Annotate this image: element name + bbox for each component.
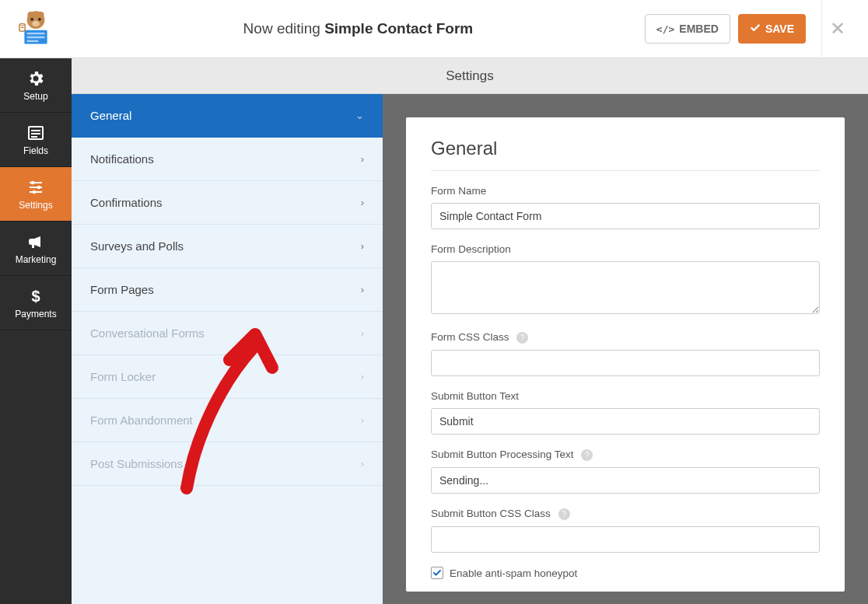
nav-settings-label: Settings [19,200,52,211]
save-button[interactable]: SAVE [738,14,806,44]
sidelist-label: Post Submissions [90,457,183,470]
dollar-icon: $ [26,287,45,305]
app-logo [0,0,72,58]
sidelist-notifications[interactable]: Notifications › [72,138,383,181]
svg-point-5 [32,21,40,26]
nav-payments[interactable]: $ Payments [0,276,72,330]
now-editing-title: Now editing Simple Contact Form [72,20,645,37]
form-name-label: Form Name [431,185,820,197]
nav-settings[interactable]: Settings [0,167,72,222]
settings-header: Settings [72,58,868,94]
help-icon[interactable]: ? [558,508,570,520]
chevron-right-icon: › [361,240,364,252]
help-icon[interactable]: ? [581,449,593,461]
save-button-label: SAVE [765,23,794,35]
general-settings-card: General Form Name Form Description [406,117,845,592]
sidelist-label: Notifications [90,152,154,166]
sidelist-label: Form Abandonment [90,414,193,427]
chevron-right-icon: › [361,197,364,208]
submit-button-text-input[interactable] [431,408,820,435]
submit-button-text-label: Submit Button Text [431,390,820,402]
close-icon: ✕ [830,18,845,40]
submit-processing-label: Submit Button Processing Text [431,449,574,460]
sidelist-surveys[interactable]: Surveys and Polls › [72,225,383,268]
sidelist-confirmations[interactable]: Confirmations › [72,181,383,225]
submit-processing-input[interactable] [431,467,820,494]
form-name-input[interactable] [431,203,820,229]
chevron-right-icon: › [361,327,364,339]
form-description-textarea[interactable] [431,261,820,314]
svg-point-1 [27,12,33,18]
svg-text:$: $ [31,288,40,305]
embed-button-label: EMBED [679,23,719,35]
sliders-icon [26,178,45,197]
chevron-right-icon: › [361,284,364,295]
honeypot-checkbox[interactable] [431,567,443,579]
nav-fields-label: Fields [23,145,48,156]
sidelist-form-locker[interactable]: Form Locker › [72,355,383,399]
left-nav: Setup Fields Settings Marketing $ Paymen… [0,58,72,604]
sidelist-form-pages[interactable]: Form Pages › [72,268,383,312]
sidelist-label: Confirmations [90,196,163,209]
svg-point-2 [37,12,44,18]
sidelist-label: Form Pages [90,283,154,296]
nav-marketing[interactable]: Marketing [0,222,72,276]
sidelist-label: General [90,109,131,122]
sidelist-general[interactable]: General ⌄ [72,94,383,138]
chevron-right-icon: › [361,458,364,470]
check-icon [750,23,761,36]
megaphone-icon [26,232,45,251]
svg-point-21 [37,185,41,189]
chevron-right-icon: › [361,371,364,382]
help-icon[interactable]: ? [516,332,528,344]
svg-point-4 [38,18,41,21]
close-button[interactable]: ✕ [821,0,852,58]
svg-point-22 [33,190,37,194]
svg-rect-7 [27,33,45,34]
honeypot-label: Enable anti-spam honeypot [450,567,577,579]
chevron-right-icon: › [361,414,364,426]
sidelist-label: Form Locker [90,370,156,383]
form-css-class-input[interactable] [431,350,820,376]
settings-sidelist: General ⌄ Notifications › Confirmations … [72,94,383,604]
sidelist-post-submissions[interactable]: Post Submissions › [72,442,383,486]
now-editing-form-name: Simple Contact Form [324,20,473,37]
gear-icon [26,69,45,88]
chevron-right-icon: › [361,153,364,165]
now-editing-prefix: Now editing [243,20,325,37]
nav-setup-label: Setup [23,91,47,102]
svg-point-20 [31,180,35,184]
nav-setup[interactable]: Setup [0,58,72,113]
panel-title: General [431,138,820,159]
sidelist-label: Surveys and Polls [90,239,184,253]
sidelist-label: Conversational Forms [90,326,205,340]
form-css-class-label: Form CSS Class [431,331,509,343]
nav-payments-label: Payments [15,309,56,319]
nav-marketing-label: Marketing [16,254,57,265]
chevron-down-icon: ⌄ [355,110,364,121]
list-icon [26,124,45,142]
settings-header-label: Settings [446,68,493,84]
form-description-label: Form Description [431,243,820,255]
embed-button[interactable]: </> EMBED [645,14,730,44]
nav-fields[interactable]: Fields [0,113,72,167]
submit-css-class-label: Submit Button CSS Class [431,508,551,519]
sidelist-form-abandonment[interactable]: Form Abandonment › [72,399,383,442]
svg-rect-8 [27,37,45,38]
code-icon: </> [656,23,674,35]
sidelist-conversational-forms[interactable]: Conversational Forms › [72,312,383,355]
submit-css-class-input[interactable] [431,526,820,553]
svg-point-3 [30,18,33,21]
svg-rect-9 [27,40,39,42]
